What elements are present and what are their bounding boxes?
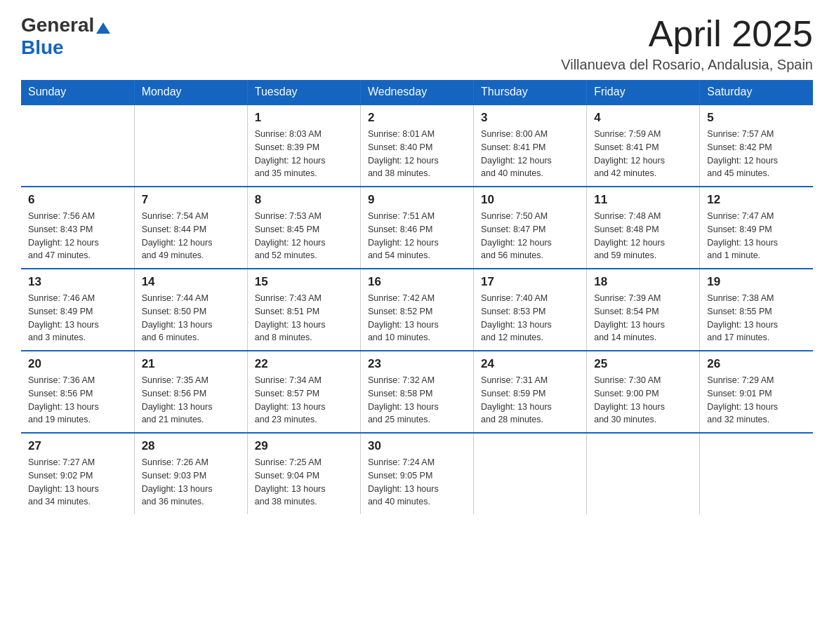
logo: General Blue: [21, 14, 110, 59]
day-info: Sunrise: 7:36 AM Sunset: 8:56 PM Dayligh…: [28, 374, 127, 427]
calendar-week-row: 20Sunrise: 7:36 AM Sunset: 8:56 PM Dayli…: [21, 351, 813, 433]
logo-general-text: General: [21, 14, 94, 36]
day-number: 22: [255, 357, 353, 371]
day-of-week-header: Tuesday: [247, 80, 360, 105]
calendar-day-cell: 16Sunrise: 7:42 AM Sunset: 8:52 PM Dayli…: [360, 269, 473, 351]
day-info: Sunrise: 8:00 AM Sunset: 8:41 PM Dayligh…: [481, 128, 579, 180]
calendar-week-row: 13Sunrise: 7:46 AM Sunset: 8:49 PM Dayli…: [21, 269, 813, 351]
calendar-day-cell: 9Sunrise: 7:51 AM Sunset: 8:46 PM Daylig…: [360, 187, 473, 269]
day-info: Sunrise: 7:56 AM Sunset: 8:43 PM Dayligh…: [28, 210, 127, 262]
day-number: 3: [481, 111, 579, 125]
day-number: 1: [255, 111, 353, 125]
day-of-week-header: Sunday: [21, 80, 134, 105]
calendar-day-cell: 19Sunrise: 7:38 AM Sunset: 8:55 PM Dayli…: [700, 269, 813, 351]
day-number: 30: [368, 439, 466, 453]
calendar-week-row: 27Sunrise: 7:27 AM Sunset: 9:02 PM Dayli…: [21, 433, 813, 514]
day-number: 12: [707, 193, 806, 207]
calendar-day-cell: 26Sunrise: 7:29 AM Sunset: 9:01 PM Dayli…: [700, 351, 813, 433]
day-number: 27: [28, 439, 127, 453]
calendar-day-cell: 27Sunrise: 7:27 AM Sunset: 9:02 PM Dayli…: [21, 433, 134, 514]
day-number: 24: [481, 357, 579, 371]
calendar-day-cell: 22Sunrise: 7:34 AM Sunset: 8:57 PM Dayli…: [247, 351, 360, 433]
day-info: Sunrise: 7:34 AM Sunset: 8:57 PM Dayligh…: [255, 374, 353, 427]
day-info: Sunrise: 7:30 AM Sunset: 9:00 PM Dayligh…: [594, 374, 692, 427]
day-number: 5: [707, 111, 806, 125]
calendar-day-cell: 21Sunrise: 7:35 AM Sunset: 8:56 PM Dayli…: [134, 351, 247, 433]
logo-blue-text: Blue: [21, 36, 64, 59]
day-info: Sunrise: 7:39 AM Sunset: 8:54 PM Dayligh…: [594, 292, 692, 344]
day-of-week-header: Thursday: [474, 80, 587, 105]
calendar-day-cell: 2Sunrise: 8:01 AM Sunset: 8:40 PM Daylig…: [360, 105, 473, 187]
day-number: 18: [594, 275, 692, 289]
page-header: General Blue April 2025 Villanueva del R…: [21, 14, 813, 73]
day-number: 11: [594, 193, 692, 207]
day-info: Sunrise: 7:57 AM Sunset: 8:42 PM Dayligh…: [707, 128, 806, 180]
calendar-day-cell: 18Sunrise: 7:39 AM Sunset: 8:54 PM Dayli…: [587, 269, 700, 351]
day-number: 17: [481, 275, 579, 289]
day-of-week-header: Saturday: [700, 80, 813, 105]
calendar-day-cell: 8Sunrise: 7:53 AM Sunset: 8:45 PM Daylig…: [247, 187, 360, 269]
day-info: Sunrise: 7:35 AM Sunset: 8:56 PM Dayligh…: [142, 374, 240, 427]
calendar-day-cell: 30Sunrise: 7:24 AM Sunset: 9:05 PM Dayli…: [360, 433, 473, 514]
day-number: 6: [28, 193, 127, 207]
calendar-day-cell: 7Sunrise: 7:54 AM Sunset: 8:44 PM Daylig…: [134, 187, 247, 269]
day-number: 8: [255, 193, 353, 207]
day-number: 25: [594, 357, 692, 371]
calendar-day-cell: 11Sunrise: 7:48 AM Sunset: 8:48 PM Dayli…: [587, 187, 700, 269]
day-number: 28: [142, 439, 240, 453]
day-number: 10: [481, 193, 579, 207]
location-title: Villanueva del Rosario, Andalusia, Spain: [561, 57, 813, 73]
day-info: Sunrise: 7:27 AM Sunset: 9:02 PM Dayligh…: [28, 456, 127, 509]
calendar-day-cell: 3Sunrise: 8:00 AM Sunset: 8:41 PM Daylig…: [474, 105, 587, 187]
day-info: Sunrise: 7:43 AM Sunset: 8:51 PM Dayligh…: [255, 292, 353, 344]
calendar-day-cell: 4Sunrise: 7:59 AM Sunset: 8:41 PM Daylig…: [587, 105, 700, 187]
day-info: Sunrise: 8:01 AM Sunset: 8:40 PM Dayligh…: [368, 128, 466, 180]
title-block: April 2025 Villanueva del Rosario, Andal…: [561, 14, 813, 73]
calendar-day-cell: 25Sunrise: 7:30 AM Sunset: 9:00 PM Dayli…: [587, 351, 700, 433]
day-info: Sunrise: 7:50 AM Sunset: 8:47 PM Dayligh…: [481, 210, 579, 262]
calendar-week-row: 6Sunrise: 7:56 AM Sunset: 8:43 PM Daylig…: [21, 187, 813, 269]
calendar-day-cell: 10Sunrise: 7:50 AM Sunset: 8:47 PM Dayli…: [474, 187, 587, 269]
day-info: Sunrise: 7:40 AM Sunset: 8:53 PM Dayligh…: [481, 292, 579, 344]
calendar-day-cell: 28Sunrise: 7:26 AM Sunset: 9:03 PM Dayli…: [134, 433, 247, 514]
day-number: 23: [368, 357, 466, 371]
day-of-week-header: Friday: [587, 80, 700, 105]
calendar-day-cell: [474, 433, 587, 514]
day-info: Sunrise: 7:54 AM Sunset: 8:44 PM Dayligh…: [142, 210, 240, 262]
day-number: 14: [142, 275, 240, 289]
day-of-week-header: Monday: [134, 80, 247, 105]
day-number: 9: [368, 193, 466, 207]
day-number: 7: [142, 193, 240, 207]
day-number: 20: [28, 357, 127, 371]
day-number: 19: [707, 275, 806, 289]
day-info: Sunrise: 7:51 AM Sunset: 8:46 PM Dayligh…: [368, 210, 466, 262]
calendar-day-cell: 23Sunrise: 7:32 AM Sunset: 8:58 PM Dayli…: [360, 351, 473, 433]
calendar-day-cell: 15Sunrise: 7:43 AM Sunset: 8:51 PM Dayli…: [247, 269, 360, 351]
calendar-day-cell: 20Sunrise: 7:36 AM Sunset: 8:56 PM Dayli…: [21, 351, 134, 433]
day-info: Sunrise: 7:38 AM Sunset: 8:55 PM Dayligh…: [707, 292, 806, 344]
day-number: 21: [142, 357, 240, 371]
day-info: Sunrise: 7:24 AM Sunset: 9:05 PM Dayligh…: [368, 456, 466, 509]
day-info: Sunrise: 7:53 AM Sunset: 8:45 PM Dayligh…: [255, 210, 353, 262]
calendar-day-cell: [21, 105, 134, 187]
day-info: Sunrise: 7:31 AM Sunset: 8:59 PM Dayligh…: [481, 374, 579, 427]
day-info: Sunrise: 7:25 AM Sunset: 9:04 PM Dayligh…: [255, 456, 353, 509]
calendar-day-cell: [700, 433, 813, 514]
day-info: Sunrise: 7:46 AM Sunset: 8:49 PM Dayligh…: [28, 292, 127, 344]
day-info: Sunrise: 7:48 AM Sunset: 8:48 PM Dayligh…: [594, 210, 692, 262]
day-number: 13: [28, 275, 127, 289]
calendar-week-row: 1Sunrise: 8:03 AM Sunset: 8:39 PM Daylig…: [21, 105, 813, 187]
day-number: 2: [368, 111, 466, 125]
calendar-day-cell: 24Sunrise: 7:31 AM Sunset: 8:59 PM Dayli…: [474, 351, 587, 433]
day-info: Sunrise: 7:32 AM Sunset: 8:58 PM Dayligh…: [368, 374, 466, 427]
day-info: Sunrise: 7:44 AM Sunset: 8:50 PM Dayligh…: [142, 292, 240, 344]
calendar-day-cell: 6Sunrise: 7:56 AM Sunset: 8:43 PM Daylig…: [21, 187, 134, 269]
day-info: Sunrise: 8:03 AM Sunset: 8:39 PM Dayligh…: [255, 128, 353, 180]
calendar-day-cell: 13Sunrise: 7:46 AM Sunset: 8:49 PM Dayli…: [21, 269, 134, 351]
calendar-day-cell: 29Sunrise: 7:25 AM Sunset: 9:04 PM Dayli…: [247, 433, 360, 514]
calendar-day-cell: 14Sunrise: 7:44 AM Sunset: 8:50 PM Dayli…: [134, 269, 247, 351]
day-info: Sunrise: 7:26 AM Sunset: 9:03 PM Dayligh…: [142, 456, 240, 509]
month-title: April 2025: [561, 14, 813, 54]
day-number: 16: [368, 275, 466, 289]
day-info: Sunrise: 7:29 AM Sunset: 9:01 PM Dayligh…: [707, 374, 806, 427]
